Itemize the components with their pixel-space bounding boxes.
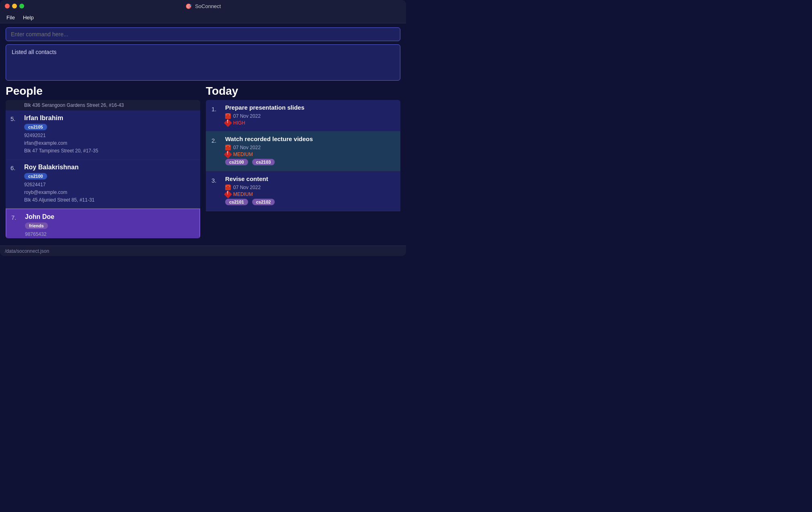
task-date: 07 Nov 2022 xyxy=(225,185,395,190)
titlebar: 🎯 SoConnect xyxy=(0,0,406,12)
person-number: 7. xyxy=(11,213,20,221)
people-title: People xyxy=(6,85,200,98)
priority-icon xyxy=(224,150,232,158)
task-number: 2. xyxy=(211,135,220,144)
task-priority: MEDIUM xyxy=(225,152,395,157)
person-number: 5. xyxy=(10,114,19,122)
priority-icon xyxy=(224,119,232,127)
person-tag: friends xyxy=(25,223,48,229)
person-details: 92624417 royb@example.com Blk 45 Aljunie… xyxy=(24,181,195,204)
person-info: John Doe friends 98765432 johnd@example.… xyxy=(25,213,195,238)
main-content: People Blk 436 Serangoon Gardens Street … xyxy=(0,81,406,238)
task-name: Prepare presentation slides xyxy=(225,104,395,111)
app-title: 🎯 SoConnect xyxy=(185,3,221,9)
person-details: 98765432 johnd@example.com John street, … xyxy=(25,231,195,238)
calendar-icon xyxy=(225,145,231,150)
person-details: 92492021 irfan@example.com Blk 47 Tampin… xyxy=(24,132,195,155)
task-priority: MEDIUM xyxy=(225,191,395,197)
command-input[interactable] xyxy=(6,27,400,41)
task-date: 07 Nov 2022 xyxy=(225,145,395,150)
person-number: 6. xyxy=(10,164,19,171)
output-box: Listed all contacts xyxy=(6,44,400,81)
task-name: Watch recorded lecture videos xyxy=(225,135,395,142)
task-row[interactable]: 1. Prepare presentation slides 07 Nov 20… xyxy=(206,100,400,131)
task-date: 07 Nov 2022 xyxy=(225,113,395,119)
task-info: Watch recorded lecture videos 07 Nov 202… xyxy=(225,135,395,167)
today-title: Today xyxy=(206,85,400,98)
person-name: Irfan Ibrahim xyxy=(24,114,195,122)
task-tag: cs2100 xyxy=(225,159,248,165)
task-tag: cs2102 xyxy=(252,199,275,205)
maximize-button[interactable] xyxy=(19,4,24,8)
status-path: /data/soconnect.json xyxy=(5,248,49,254)
task-number: 3. xyxy=(211,175,220,184)
calendar-icon xyxy=(225,185,231,190)
task-info: Prepare presentation slides 07 Nov 2022 … xyxy=(225,104,395,127)
menubar: File Help xyxy=(0,12,406,23)
statusbar: /data/soconnect.json xyxy=(0,246,406,256)
task-priority: HIGH xyxy=(225,120,395,126)
task-tag: cs2101 xyxy=(225,199,248,205)
person-info: Irfan Ibrahim cs2105 92492021 irfan@exam… xyxy=(24,114,195,155)
menu-help[interactable]: Help xyxy=(23,15,34,21)
task-tags: cs2101 cs2102 xyxy=(225,199,395,207)
minimize-button[interactable] xyxy=(12,4,17,8)
person-tag: cs2100 xyxy=(24,173,47,179)
task-row[interactable]: 2. Watch recorded lecture videos 07 Nov … xyxy=(206,131,400,171)
people-list: Blk 436 Serangoon Gardens Street 26, #16… xyxy=(6,100,200,238)
truncated-address: Blk 436 Serangoon Gardens Street 26, #16… xyxy=(6,100,200,110)
window-controls xyxy=(5,4,24,8)
person-name: Roy Balakrishnan xyxy=(24,164,195,171)
person-row-selected[interactable]: 7. John Doe friends 98765432 johnd@examp… xyxy=(6,208,200,238)
task-tags: cs2100 cs2103 xyxy=(225,159,395,167)
task-name: Revise content xyxy=(225,175,395,182)
today-list: 1. Prepare presentation slides 07 Nov 20… xyxy=(206,100,400,238)
menu-file[interactable]: File xyxy=(6,15,15,21)
person-info: Roy Balakrishnan cs2100 92624417 royb@ex… xyxy=(24,164,195,204)
people-section: People Blk 436 Serangoon Gardens Street … xyxy=(6,85,200,238)
close-button[interactable] xyxy=(5,4,10,8)
person-row[interactable]: 5. Irfan Ibrahim cs2105 92492021 irfan@e… xyxy=(6,110,200,160)
task-number: 1. xyxy=(211,104,220,112)
app-icon: 🎯 xyxy=(185,3,192,9)
task-row[interactable]: 3. Revise content 07 Nov 2022 MEDIUM cs2… xyxy=(206,171,400,211)
command-area xyxy=(0,23,406,44)
task-tag: cs2103 xyxy=(252,159,275,165)
output-text: Listed all contacts xyxy=(12,49,56,55)
priority-icon xyxy=(224,190,232,198)
today-section: Today 1. Prepare presentation slides 07 … xyxy=(206,85,400,238)
person-row[interactable]: 6. Roy Balakrishnan cs2100 92624417 royb… xyxy=(6,160,200,209)
person-tag: cs2105 xyxy=(24,124,47,130)
calendar-icon xyxy=(225,113,231,119)
task-info: Revise content 07 Nov 2022 MEDIUM cs2101… xyxy=(225,175,395,207)
person-name: John Doe xyxy=(25,213,195,221)
